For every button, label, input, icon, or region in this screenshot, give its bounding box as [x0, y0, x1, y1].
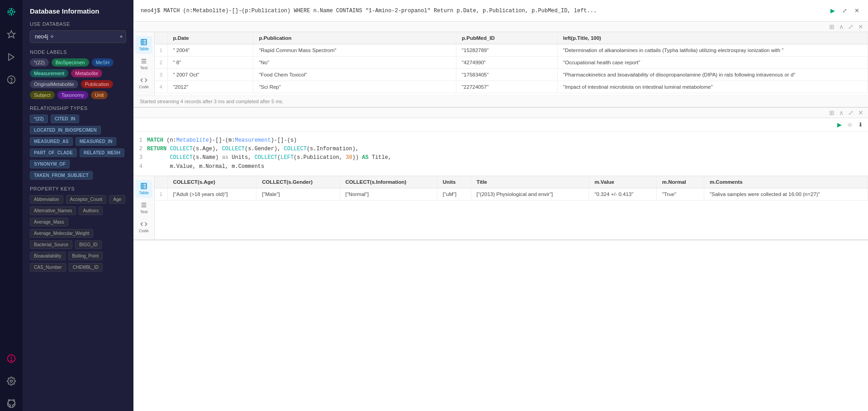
result2-expand-button[interactable]: ⤢ — [847, 110, 854, 116]
node-tag-unit[interactable]: Unit — [91, 91, 108, 99]
cell-pub-1: "Rapid Commun Mass Spectrom" — [253, 44, 456, 57]
prop-tag-avg-mass[interactable]: Average_Mass — [30, 218, 68, 226]
result2-table: COLLECT(s.Age) COLLECT(s.Gender) COLLECT… — [155, 176, 868, 239]
cell-date-3: " 2007 Oct" — [167, 69, 253, 81]
cell-pub-3: "Food Chem Toxicol" — [253, 69, 456, 81]
prop-tag-authors[interactable]: Authors — [79, 206, 102, 215]
db-select-wrapper: neo4j ✧ ▾ — [30, 30, 126, 43]
table-row: 2 " 8" "No" "4274990" "Occupational heal… — [155, 57, 868, 69]
rel-tag-all[interactable]: *(22) — [30, 115, 48, 123]
result1-content: Table Text — [133, 32, 868, 96]
node-tag-measurement[interactable]: Measurement — [30, 69, 68, 77]
top-run-button[interactable]: ▶ — [829, 6, 836, 15]
node-tag-subject[interactable]: Subject — [30, 91, 55, 99]
query-lines[interactable]: MATCH (n:Metabolite)-[]-(m:Measurement)-… — [147, 136, 868, 171]
prop-tag-abbreviation[interactable]: Abbreviation — [30, 195, 63, 204]
result1-code-view-btn[interactable]: Code — [135, 74, 152, 92]
node-tag-originalmetabolite[interactable]: OriginalMetabolite — [30, 80, 78, 88]
prop-tag-cas-number[interactable]: CAS_Number — [30, 263, 66, 272]
col-header-collect-gender: COLLECT(s.Gender) — [256, 176, 340, 188]
result2-text-view-btn[interactable]: Text — [135, 199, 152, 217]
result2-table-view-btn[interactable]: Table — [135, 180, 152, 198]
node-labels-label: Node Labels — [30, 49, 126, 55]
node-tag-metabolite[interactable]: Metabolite — [71, 69, 102, 77]
result1-pin-button[interactable]: ⊞ — [828, 24, 835, 30]
cell-pubmed-1: "15282789" — [456, 44, 558, 57]
node-labels-container: *(22) BioSpecimen MeSH Measurement Metab… — [30, 58, 126, 99]
rel-tag-part-of-clade[interactable]: PART_OF_CLADE — [30, 148, 77, 157]
rel-tag-measured-in[interactable]: MEASURED_IN — [76, 137, 117, 146]
result-panel-1: ⊞ ∧ ⤢ ✕ — [133, 22, 868, 108]
result2-pin-button[interactable]: ⊞ — [828, 110, 835, 116]
rel-tag-located-in[interactable]: LOCATED_IN_BIOSPECIMEN — [30, 126, 101, 134]
rel-tag-related-mesh[interactable]: RELATED_MESH — [80, 148, 124, 157]
top-close-button[interactable]: ✕ — [853, 6, 861, 15]
col-header-publication: p.Publication — [253, 32, 456, 44]
cell-pubmed-2: "4274990" — [456, 57, 558, 69]
bookmark-icon[interactable] — [4, 27, 19, 42]
prop-tag-boiling-point[interactable]: Boiling_Point — [68, 252, 103, 260]
result1-text-view-btn[interactable]: Text — [135, 55, 152, 73]
prop-tag-alt-names[interactable]: Alternative_Names — [30, 206, 76, 215]
top-expand-button[interactable]: ⤢ — [841, 6, 849, 15]
alert-icon[interactable] — [4, 351, 19, 366]
prop-tag-chembl-id[interactable]: CHEMBL_ID — [69, 263, 103, 272]
rel-tag-synonym-of[interactable]: SYNONYM_OF — [30, 160, 70, 168]
github-icon[interactable] — [4, 397, 19, 411]
help-icon[interactable] — [4, 72, 19, 87]
cell-mnormal-1: "True" — [656, 188, 704, 200]
result2-run-button[interactable]: ▶ — [836, 120, 843, 129]
col-header-date: p.Date — [167, 32, 253, 44]
result1-up-button[interactable]: ∧ — [838, 24, 844, 30]
result1-close-button[interactable]: ✕ — [857, 24, 864, 30]
main-content: neo4j$ MATCH (n:Metabolite)-[]→(p:Public… — [133, 0, 868, 411]
node-tag-all[interactable]: *(22) — [30, 58, 49, 67]
result1-code-label: Code — [139, 85, 149, 89]
result2-download-button[interactable]: ⬇ — [857, 120, 864, 129]
node-tag-biospecimen[interactable]: BioSpecimen — [52, 58, 89, 67]
sidebar-panel: Database Information Use database neo4j … — [23, 0, 133, 411]
logo-icon[interactable] — [4, 5, 19, 19]
node-tag-mesh[interactable]: MeSH — [92, 58, 114, 67]
result1-expand-button[interactable]: ⤢ — [847, 24, 854, 30]
rel-tag-taken-from[interactable]: TAKEN_FROM_SUBJECT — [30, 171, 93, 180]
prop-tag-age[interactable]: Age — [109, 195, 125, 204]
node-tag-publication[interactable]: Publication — [81, 80, 114, 88]
col-header-title-2: Title — [471, 176, 589, 188]
result2-query-editor: ▶ ☆ ⬇ 1 2 3 4 MATCH — [133, 118, 868, 176]
svg-rect-18 — [141, 183, 147, 189]
prop-tag-bacterial-source[interactable]: Bacterial_Source — [30, 240, 72, 249]
table-row: 4 "2012" "Sci Rep" "22724057" "Impact of… — [155, 81, 868, 93]
db-select[interactable]: neo4j ✧ — [30, 30, 126, 43]
rel-tag-cited-in[interactable]: CITED_IN — [51, 115, 80, 123]
prop-tag-acceptor-count[interactable]: Acceptor_Count — [66, 195, 107, 204]
cell-age-1: ["Adult (>18 years old)"] — [167, 188, 256, 200]
result2-table-label: Table — [139, 191, 149, 195]
cell-pub-2: "No" — [253, 57, 456, 69]
result2-text-label: Text — [140, 210, 148, 214]
cell-date-1: " 2004" — [167, 44, 253, 57]
prop-tag-avg-mol-weight[interactable]: Average_Molecular_Weight — [30, 229, 93, 238]
result1-table-view-btn[interactable]: Table — [135, 36, 152, 54]
relationship-types-container: *(22) CITED_IN LOCATED_IN_BIOSPECIMEN ME… — [30, 115, 126, 180]
result1-view-icons: Table Text — [133, 32, 155, 96]
result2-star-button[interactable]: ☆ — [846, 120, 854, 129]
cell-pubmed-3: "17583405" — [456, 69, 558, 81]
query-line-2: RETURN COLLECT(s.Age), COLLECT(s.Gender)… — [147, 145, 863, 153]
rel-types-label: Relationship Types — [30, 105, 126, 111]
play-icon[interactable] — [4, 50, 19, 64]
result2-up-button[interactable]: ∧ — [838, 110, 844, 116]
settings-icon[interactable] — [4, 374, 19, 388]
node-tag-taxonomy[interactable]: Taxonomy — [57, 91, 88, 99]
cell-title-4: "Impact of intestinal microbiota on inte… — [557, 81, 868, 93]
cell-title-2: "Occupational health case report" — [557, 57, 868, 69]
prop-tag-bioavailability[interactable]: Bioavailability — [30, 252, 66, 260]
rel-tag-measured-as[interactable]: MEASURED_AS — [30, 137, 73, 146]
cell-title-3: "Pharmacokinetics and bioavailability of… — [557, 69, 868, 81]
row-num-2: 2 — [155, 57, 167, 69]
result2-close-button[interactable]: ✕ — [857, 110, 864, 116]
row2-num-1: 1 — [155, 188, 167, 200]
query-line-1: MATCH (n:Metabolite)-[]-(m:Measurement)-… — [147, 136, 863, 145]
result2-code-view-btn[interactable]: Code — [135, 218, 152, 236]
prop-tag-bigg-id[interactable]: BIGG_ID — [75, 240, 102, 249]
